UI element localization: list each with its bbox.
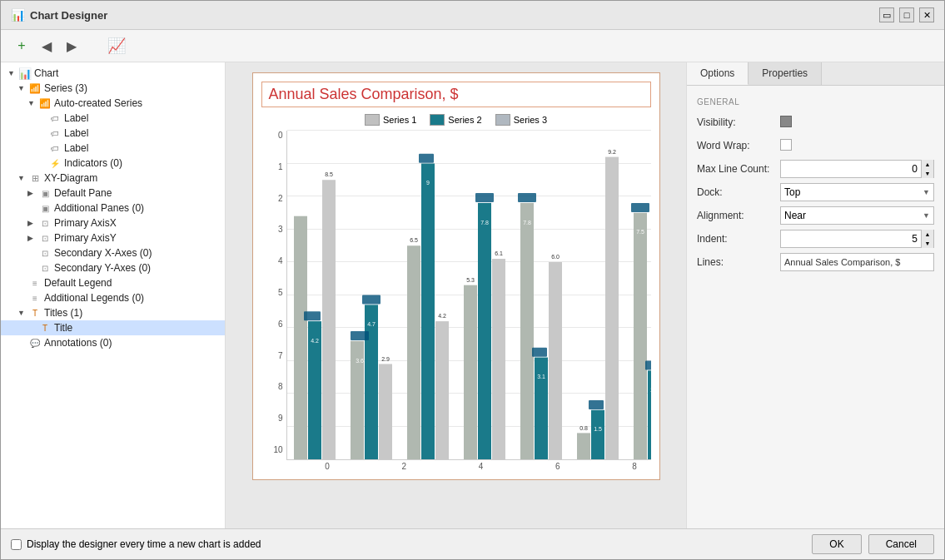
expand-arrow: ▼ (17, 84, 26, 92)
designer-checkbox[interactable] (11, 539, 22, 550)
spinner-buttons: ▲ ▼ (921, 160, 933, 178)
tree-item-xy[interactable]: ▼ ⊞ XY-Diagram (1, 171, 225, 186)
tree-label: Default Pane (54, 187, 112, 199)
svg-rect-44 (634, 213, 647, 459)
lines-value[interactable] (780, 253, 934, 271)
tree-label: Indicators (0) (64, 157, 122, 169)
secondary-x-icon: ⊡ (38, 247, 52, 259)
indent-spinner[interactable]: 5 ▲ ▼ (780, 230, 934, 248)
alignment-selected: Near (784, 210, 806, 221)
ok-button[interactable]: OK (812, 534, 861, 554)
back-button[interactable]: ◀ (36, 35, 57, 57)
x-label-spacer2 (434, 462, 450, 471)
svg-rect-30 (535, 358, 548, 459)
svg-rect-45 (648, 370, 651, 459)
word-wrap-checkbox[interactable] (780, 139, 792, 151)
svg-rect-16 (421, 164, 435, 460)
tree-label: Annotations (0) (44, 337, 112, 349)
svg-rect-29 (520, 203, 534, 459)
cancel-button[interactable]: Cancel (868, 534, 934, 554)
minimize-button[interactable]: ▭ (879, 7, 894, 22)
dock-row: Dock: Top ▼ (697, 183, 934, 201)
chart-body: 10 9 8 7 6 5 4 3 2 1 0 (261, 131, 651, 471)
tree-item-chart[interactable]: ▼ 📊 Chart (1, 66, 225, 81)
tree-item-additional-panes[interactable]: ▣ Additional Panes (0) (1, 201, 225, 216)
tab-options[interactable]: Options (687, 62, 749, 85)
x-label-spacer4 (588, 462, 604, 471)
main-content: ▼ 📊 Chart ▼ 📶 Series (3) ▼ 📶 Auto-create… (1, 62, 944, 528)
dock-value[interactable]: Top ▼ (780, 183, 934, 201)
max-line-count-value[interactable]: 0 ▲ ▼ (780, 160, 934, 178)
tree-item-label1[interactable]: 🏷 Label (1, 111, 225, 126)
bar-group-4: 7.8 3.1 6.0 (518, 193, 562, 459)
y-label-9: 9 (278, 414, 283, 423)
tree-item-auto-series[interactable]: ▼ 📶 Auto-created Series (1, 96, 225, 111)
dock-select[interactable]: Top ▼ (780, 183, 934, 201)
svg-text:1.5: 1.5 (594, 426, 602, 432)
maximize-button[interactable]: □ (899, 7, 914, 22)
tree-item-default-legend[interactable]: ≡ Default Legend (1, 275, 225, 290)
secondary-y-icon: ⊡ (38, 262, 52, 274)
word-wrap-value (780, 139, 934, 153)
svg-text:4.7: 4.7 (367, 321, 376, 327)
max-line-count-row: Max Line Count: 0 ▲ ▼ (697, 160, 934, 178)
svg-rect-34 (532, 348, 547, 357)
label-icon: 🏷 (48, 127, 62, 139)
spin-up-button[interactable]: ▲ (922, 160, 933, 169)
tree-label: Primary AxisX (54, 217, 117, 229)
label-icon: 🏷 (48, 112, 62, 124)
tree-item-default-pane[interactable]: ▶ ▣ Default Pane (1, 186, 225, 201)
tree-item-secondary-x[interactable]: ⊡ Secondary X-Axes (0) (1, 245, 225, 260)
tree-item-label2[interactable]: 🏷 Label (1, 126, 225, 141)
indent-spinner-buttons: ▲ ▼ (921, 230, 933, 248)
indent-label: Indent: (697, 233, 780, 245)
tree-item-titles[interactable]: ▼ T Titles (1) (1, 305, 225, 320)
tab-properties[interactable]: Properties (749, 62, 822, 85)
word-wrap-label: Word Wrap: (697, 140, 780, 151)
alignment-select[interactable]: Near ▼ (780, 206, 934, 225)
tree-label: Secondary Y-Axes (0) (54, 262, 151, 274)
bar-group-2: 6.5 9 4.2 (407, 154, 449, 459)
tree-item-primary-axisy[interactable]: ▶ ⊡ Primary AxisY (1, 230, 225, 245)
tree-item-annotations[interactable]: 💬 Annotations (0) (1, 335, 225, 350)
close-button[interactable]: ✕ (919, 7, 934, 22)
tabs: Options Properties (687, 62, 944, 86)
additional-legend-icon: ≡ (28, 292, 42, 304)
y-label-0: 0 (278, 131, 283, 140)
svg-rect-2 (322, 180, 336, 459)
indent-spin-down-button[interactable]: ▼ (922, 239, 933, 248)
tree-item-title[interactable]: T Title (1, 320, 225, 335)
y-label-5: 5 (278, 288, 283, 297)
svg-text:7.8: 7.8 (523, 220, 531, 225)
tree-item-label3[interactable]: 🏷 Label (1, 141, 225, 156)
tree-item-indicators[interactable]: ⚡ Indicators (0) (1, 156, 225, 171)
tree-label: Titles (1) (44, 307, 82, 319)
visibility-checkbox[interactable] (780, 116, 792, 127)
max-line-count-spinner[interactable]: 0 ▲ ▼ (780, 160, 934, 178)
dock-selected: Top (784, 186, 800, 198)
alignment-value[interactable]: Near ▼ (780, 206, 934, 225)
bottom-bar: Display the designer every time a new ch… (1, 528, 944, 559)
x-label-8: 8 (632, 462, 637, 471)
bar-group-6: 7.5 2.7 9.3 (631, 144, 651, 459)
tree-item-primary-axisx[interactable]: ▶ ⊡ Primary AxisX (1, 216, 225, 230)
spin-down-button[interactable]: ▼ (922, 169, 933, 178)
lines-input[interactable] (780, 253, 934, 271)
bars-area: 7.4 4.2 8.5 (286, 131, 651, 460)
svg-rect-15 (407, 245, 420, 459)
svg-text:7.5: 7.5 (636, 229, 644, 235)
tree-item-additional-legends[interactable]: ≡ Additional Legends (0) (1, 290, 225, 305)
chart-type-button[interactable]: 📈 (106, 35, 127, 57)
indent-spin-up-button[interactable]: ▲ (922, 230, 933, 239)
add-button[interactable]: + (11, 35, 32, 57)
indent-value[interactable]: 5 ▲ ▼ (780, 230, 934, 248)
max-line-count-val: 0 (781, 163, 921, 175)
center-panel: Annual Sales Comparison, $ Series 1 Seri… (226, 62, 686, 528)
tree-item-series[interactable]: ▼ 📶 Series (3) (1, 81, 225, 96)
bar-group-5: 0.8 1.5 9.2 (577, 149, 619, 459)
title-bar-left: 📊 Chart Designer (11, 8, 107, 22)
tree-item-secondary-y[interactable]: ⊡ Secondary Y-Axes (0) (1, 260, 225, 275)
alignment-dropdown-arrow: ▼ (923, 211, 930, 220)
properties-content: GENERAL Visibility: Word Wrap: (687, 86, 944, 285)
forward-button[interactable]: ▶ (61, 35, 82, 57)
